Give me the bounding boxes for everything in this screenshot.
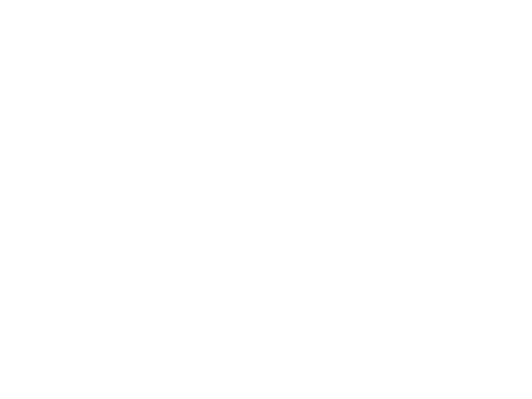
boxplot-svg — [0, 0, 532, 399]
chart-container — [0, 0, 532, 399]
